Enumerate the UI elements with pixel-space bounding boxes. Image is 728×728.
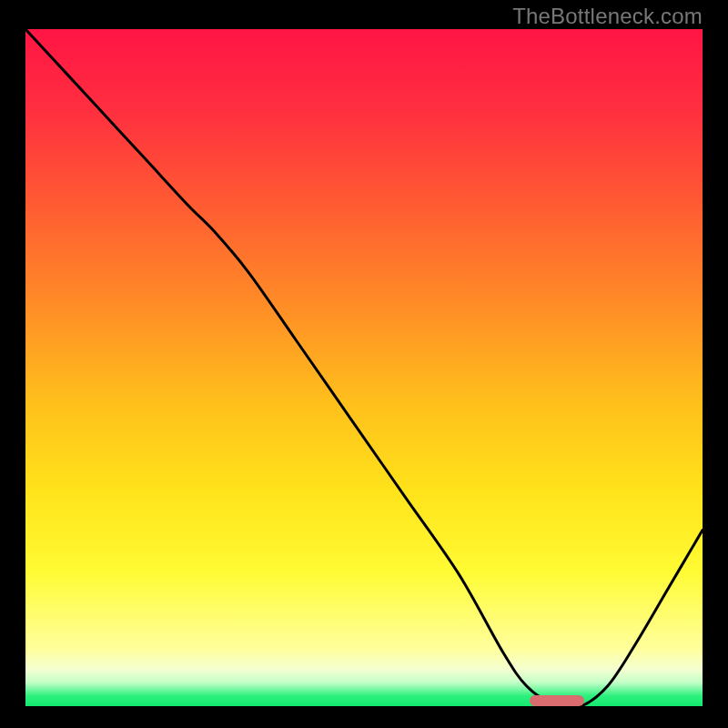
plot-area: [25, 29, 703, 706]
gradient-plot-svg: [25, 29, 703, 706]
watermark-text: TheBottleneck.com: [512, 4, 703, 29]
chart-frame: TheBottleneck.com: [0, 0, 728, 728]
ideal-zone-marker: [530, 695, 584, 706]
gradient-background: [25, 29, 703, 706]
